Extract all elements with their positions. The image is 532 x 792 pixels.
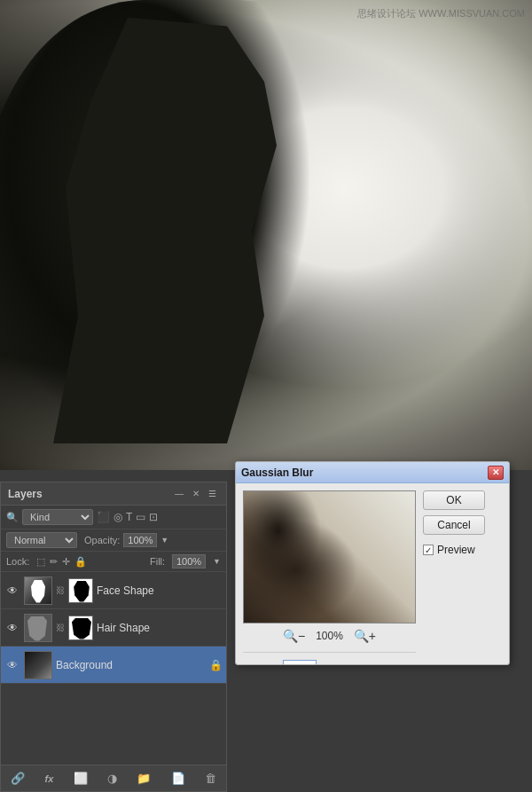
blend-mode-select[interactable]: Normal xyxy=(6,532,77,548)
create-group-button[interactable]: 📁 xyxy=(133,768,154,788)
layers-list: 👁 ⛓ Face Shape 👁 ⛓ Hair Shape 👁 Backgrou… xyxy=(1,572,226,684)
opacity-input[interactable] xyxy=(123,533,157,547)
add-adjustment-button[interactable]: ◑ xyxy=(104,768,121,788)
radius-label: Radius: xyxy=(243,663,279,665)
link-layers-button[interactable]: 🔗 xyxy=(7,768,28,788)
preview-canvas[interactable] xyxy=(243,490,416,623)
fx-button[interactable]: fx xyxy=(41,770,57,788)
layers-panel-title: Layers xyxy=(8,488,43,500)
fill-dropdown-icon[interactable]: ▼ xyxy=(213,557,221,566)
layer-thumbnail-face xyxy=(24,576,52,605)
type-layer-icon[interactable]: T xyxy=(126,511,132,523)
preview-checkbox-row: ✓ Preview xyxy=(423,544,502,556)
layer-thumbnail-bg xyxy=(24,651,52,679)
watermark: 思绪设计论坛 WWW.MISSVUAN.COM xyxy=(357,7,525,20)
search-icon: 🔍 xyxy=(6,512,19,523)
pixels-label: Pixels xyxy=(320,663,348,665)
layer-visibility-face[interactable]: 👁 xyxy=(4,583,20,599)
layer-thumbnail-hair xyxy=(24,614,52,642)
shape-layer-icon[interactable]: ▭ xyxy=(136,511,145,523)
lock-pixels-icon[interactable]: ✏ xyxy=(50,556,58,568)
lock-position-icon[interactable]: ✛ xyxy=(62,556,70,568)
gaussian-blur-dialog: Gaussian Blur ✕ 🔍− 100% 🔍+ Radius: Pixel… xyxy=(235,461,510,665)
ok-button[interactable]: OK xyxy=(423,490,485,510)
cancel-button[interactable]: Cancel xyxy=(423,515,485,535)
layer-row-active[interactable]: 👁 Background 🔒 xyxy=(1,647,226,684)
layer-mask-hair xyxy=(68,616,93,640)
layer-lock-indicator: 🔒 xyxy=(209,659,223,671)
layers-panel: Layers — ✕ ☰ 🔍 Kind ⬛ ◎ T ▭ ⊡ Normal Opa… xyxy=(0,482,227,792)
dialog-title: Gaussian Blur xyxy=(241,467,313,479)
dialog-preview-area: 🔍− 100% 🔍+ Radius: Pixels xyxy=(243,490,416,657)
layers-header-controls: — ✕ ☰ xyxy=(172,488,219,499)
layer-row[interactable]: 👁 ⛓ Hair Shape xyxy=(1,609,226,647)
dialog-controls: OK Cancel ✓ Preview xyxy=(423,490,502,657)
silhouette-person xyxy=(0,0,532,470)
dialog-body: 🔍− 100% 🔍+ Radius: Pixels OK Cancel ✓ Pr… xyxy=(236,483,509,664)
layers-bottom-toolbar: 🔗 fx ⬜ ◑ 📁 📄 🗑 xyxy=(1,765,226,791)
layer-chain-hair: ⛓ xyxy=(56,623,65,632)
layers-close-button[interactable]: ✕ xyxy=(190,488,202,499)
layer-name-hair: Hair Shape xyxy=(97,622,223,634)
preview-zoom-row: 🔍− 100% 🔍+ xyxy=(243,627,416,645)
create-layer-button[interactable]: 📄 xyxy=(168,768,189,788)
lock-row: Lock: ⬚ ✏ ✛ 🔒 Fill: ▼ xyxy=(1,552,226,572)
preview-checkbox[interactable]: ✓ xyxy=(423,545,434,555)
opacity-dropdown-icon[interactable]: ▼ xyxy=(160,536,168,545)
layer-name-face: Face Shape xyxy=(97,584,223,597)
layer-name-bg: Background xyxy=(56,659,206,671)
layer-visibility-hair[interactable]: 👁 xyxy=(4,620,20,636)
dialog-titlebar: Gaussian Blur ✕ xyxy=(236,462,509,483)
layers-minimize-button[interactable]: — xyxy=(172,488,186,499)
zoom-in-button[interactable]: 🔍+ xyxy=(350,629,379,643)
pixel-layer-icon[interactable]: ⬛ xyxy=(97,511,110,523)
opacity-label: Opacity: xyxy=(84,535,120,545)
radius-row: Radius: Pixels xyxy=(243,652,416,665)
adjustment-layer-icon[interactable]: ◎ xyxy=(113,511,122,523)
kind-row: 🔍 Kind ⬛ ◎ T ▭ ⊡ xyxy=(1,506,226,529)
lock-all-icon[interactable]: 🔒 xyxy=(74,556,87,568)
layer-visibility-bg[interactable]: 👁 xyxy=(4,657,20,673)
layers-menu-button[interactable]: ☰ xyxy=(206,488,219,499)
layers-panel-header: Layers — ✕ ☰ xyxy=(1,482,226,506)
lock-transparent-icon[interactable]: ⬚ xyxy=(36,556,45,568)
fill-label: Fill: xyxy=(150,556,165,567)
layer-mask-face xyxy=(68,578,93,603)
kind-select[interactable]: Kind xyxy=(22,509,93,525)
kind-icons: ⬛ ◎ T ▭ ⊡ xyxy=(97,511,158,523)
canvas-container: 思绪设计论坛 WWW.MISSVUAN.COM xyxy=(0,0,532,482)
lock-label: Lock: xyxy=(6,556,29,567)
preview-checkbox-label: Preview xyxy=(437,544,475,556)
lock-icons: ⬚ ✏ ✛ 🔒 xyxy=(36,556,87,568)
delete-layer-button[interactable]: 🗑 xyxy=(201,768,220,788)
layer-chain-face: ⛓ xyxy=(56,585,65,595)
fill-input[interactable] xyxy=(172,554,206,569)
smart-object-icon[interactable]: ⊡ xyxy=(149,511,158,523)
layer-row[interactable]: 👁 ⛓ Face Shape xyxy=(1,572,226,609)
dialog-close-button[interactable]: ✕ xyxy=(488,466,504,480)
blend-row: Normal Opacity: ▼ xyxy=(1,529,226,552)
add-mask-button[interactable]: ⬜ xyxy=(70,768,91,788)
zoom-value: 100% xyxy=(316,630,343,642)
zoom-out-button[interactable]: 🔍− xyxy=(279,629,309,643)
radius-input[interactable] xyxy=(283,660,317,665)
